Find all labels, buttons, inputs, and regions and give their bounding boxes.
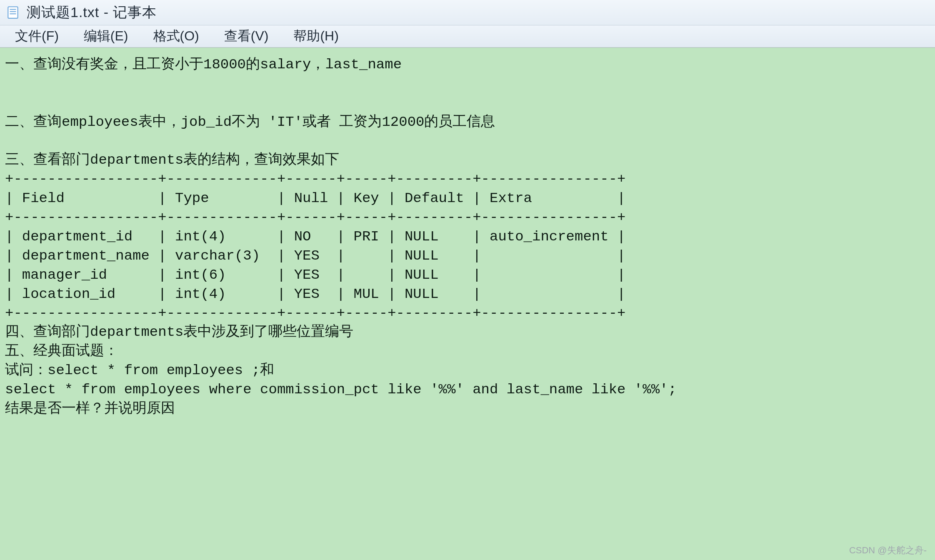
line-q3: 三、查看部门departments表的结构，查询效果如下 (5, 152, 339, 168)
titlebar[interactable]: 测试题1.txt - 记事本 (0, 0, 935, 25)
line-q5b: select * from employees where commission… (5, 382, 677, 398)
line-tbl-row2: | department_name | varchar(3) | YES | |… (5, 248, 625, 264)
menu-help[interactable]: 帮助(H) (290, 25, 342, 47)
text-editor-area[interactable]: 一、查询没有奖金，且工资小于18000的salary，last_name 二、查… (0, 48, 935, 560)
menu-file[interactable]: 文件(F) (12, 25, 62, 47)
notepad-window: 测试题1.txt - 记事本 文件(F) 编辑(E) 格式(O) 查看(V) 帮… (0, 0, 935, 560)
svg-rect-0 (8, 7, 18, 18)
line-tbl-bot: +-----------------+-------------+------+… (5, 305, 625, 321)
menu-view[interactable]: 查看(V) (221, 25, 272, 47)
line-q4: 四、查询部门departments表中涉及到了哪些位置编号 (5, 324, 353, 340)
notepad-icon (6, 5, 20, 20)
line-tbl-row3: | manager_id | int(6) | YES | | NULL | | (5, 267, 625, 283)
line-q2: 二、查询employees表中，job_id不为 'IT'或者 工资为12000… (5, 114, 495, 130)
line-tbl-mid: +-----------------+-------------+------+… (5, 210, 625, 225)
line-tbl-row4: | location_id | int(4) | YES | MUL | NUL… (5, 286, 625, 302)
line-tbl-row1: | department_id | int(4) | NO | PRI | NU… (5, 229, 625, 245)
menu-edit[interactable]: 编辑(E) (80, 25, 132, 47)
watermark: CSDN @失舵之舟- (849, 544, 927, 557)
line-tbl-top: +-----------------+-------------+------+… (5, 171, 625, 187)
line-q5a: 试问：select * from employees ;和 (5, 362, 274, 378)
line-q5: 五、经典面试题： (5, 343, 118, 359)
line-q1: 一、查询没有奖金，且工资小于18000的salary，last_name (5, 57, 402, 72)
menubar: 文件(F) 编辑(E) 格式(O) 查看(V) 帮助(H) (0, 25, 935, 48)
line-tbl-header: | Field | Type | Null | Key | Default | … (5, 190, 625, 206)
menu-format[interactable]: 格式(O) (150, 25, 202, 47)
line-q5c: 结果是否一样？并说明原因 (5, 401, 175, 417)
window-title: 测试题1.txt - 记事本 (27, 3, 157, 22)
